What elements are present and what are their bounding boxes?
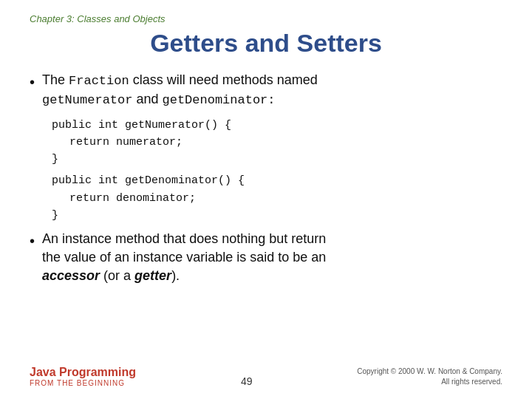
bullet-item-1: • The Fraction class will need methods n… [30,71,502,109]
code2-line3: } [52,207,502,224]
bullet-1-icon: • [30,72,35,92]
bullet1-fraction: Fraction [69,74,129,88]
bullet2-or-a: (or a [100,268,134,283]
bullet1-getden: getDenominator: [162,93,275,107]
bullet2-part2: the value of an instance variable is sai… [42,250,326,265]
slide-title: Getters and Setters [30,29,502,58]
footer-subtitle: FROM THE BEGINNING [30,379,136,387]
bullet2-accessor: accessor [42,268,100,283]
bullet2-part1: An instance method that does nothing but… [42,231,326,246]
bullet1-mid: class will need methods named [129,72,318,87]
code1-line3: } [52,151,502,168]
bullet-1-text: The Fraction class will need methods nam… [42,71,502,109]
code2-line2: return denominator; [69,190,502,207]
bullet1-getnum: getNumerator [42,93,132,107]
footer: Java Programming FROM THE BEGINNING 49 C… [0,366,532,387]
bullet2-getter: getter [134,268,171,283]
bullet2-end: ). [171,268,180,283]
footer-left: Java Programming FROM THE BEGINNING [30,366,136,387]
bullet-item-2: • An instance method that does nothing b… [30,230,502,286]
code1-line1: public int getNumerator() { [52,117,502,134]
footer-copy-line2: All rights reserved. [441,378,502,386]
footer-java-programming: Java Programming [30,366,136,379]
footer-copyright: Copyright © 2000 W. W. Norton & Company.… [357,366,502,387]
slide: Chapter 3: Classes and Objects Getters a… [0,0,532,399]
bullet-2-icon: • [30,231,35,251]
code1-line2: return numerator; [69,134,502,151]
code2-line1: public int getDenominator() { [52,172,502,189]
footer-page-number: 49 [241,375,253,387]
bullet1-and: and [132,92,162,106]
content-area: • The Fraction class will need methods n… [30,71,502,286]
chapter-title: Chapter 3: Classes and Objects [30,13,502,24]
bullet-2-text: An instance method that does nothing but… [42,230,502,286]
footer-copy-line1: Copyright © 2000 W. W. Norton & Company. [357,367,502,375]
code-block-2: public int getDenominator() { return den… [52,172,502,224]
code-block-1: public int getNumerator() { return numer… [52,117,502,168]
bullet1-intro: The [42,72,69,87]
